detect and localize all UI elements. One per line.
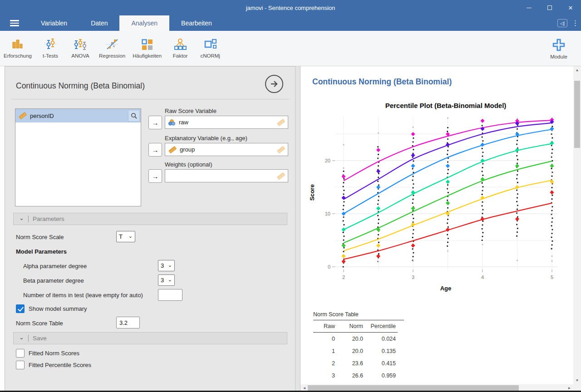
kebab-icon: ⋮ — [572, 19, 579, 27]
chevron-down-icon: ⌄ — [128, 233, 133, 239]
assign-raw-button[interactable]: → — [148, 116, 162, 129]
close-icon: ✕ — [568, 5, 573, 11]
norm-score-table-grid: RawNormPercentile 020.00.024120.00.13522… — [313, 320, 398, 392]
ribbon-cnormj-button[interactable]: cNORMj — [195, 33, 225, 64]
weights-label: Weights (optional) — [165, 161, 212, 168]
alpha-degree-select[interactable]: 3 ⌄ — [158, 260, 175, 271]
norm-score-table-input[interactable] — [116, 317, 140, 328]
accepts-continuous-icon — [276, 172, 285, 180]
continuous-ruler-icon — [168, 146, 177, 153]
hamburger-icon — [10, 20, 19, 21]
bar-chart-icon — [11, 38, 25, 51]
svg-text:Score: Score — [309, 184, 315, 201]
cnormj-icon — [203, 38, 217, 51]
beta-degree-select[interactable]: 3 ⌄ — [158, 274, 175, 286]
close-button[interactable]: ✕ — [560, 0, 581, 15]
analysis-options-panel: Continuous Norming (Beta Binomial) — [5, 66, 295, 392]
fitted-percentile-scores-checkbox[interactable] — [16, 361, 25, 369]
vertical-scroll-thumb[interactable] — [574, 81, 580, 148]
arrow-right-icon: → — [152, 146, 159, 154]
results-vertical-scrollbar[interactable]: ▲ ▼ — [573, 66, 581, 384]
spreadsheet-edge — [0, 66, 5, 392]
panel-splitter[interactable] — [295, 66, 300, 392]
model-parameters-heading: Model Parameters — [16, 248, 67, 255]
scroll-down-button[interactable]: ▼ — [573, 377, 581, 384]
table-row: 120.00.135 — [313, 345, 398, 357]
t-tests-icon — [44, 38, 57, 51]
ribbon-t-tests-button[interactable]: t-Tests — [35, 33, 65, 64]
chevron-down-icon: ⌄ — [168, 277, 172, 283]
svg-text:Percentile Plot (Beta-Binomial: Percentile Plot (Beta-Binomial Model) — [385, 102, 507, 109]
arrow-right-circle-icon — [269, 79, 279, 89]
items-in-test-input[interactable] — [158, 289, 182, 301]
norm-score-table-title: Norm Score Table — [313, 311, 404, 320]
raw-score-value: raw — [179, 119, 273, 126]
alpha-degree-label: Alpha parameter degree — [23, 263, 87, 270]
beta-degree-label: Beta parameter degree — [23, 277, 84, 284]
anova-icon — [73, 38, 88, 51]
svg-text:2: 2 — [342, 274, 345, 280]
nominal-variable-icon — [168, 119, 176, 126]
ribbon-module-button[interactable]: Module — [544, 33, 574, 64]
parameters-section-label: Parameters — [33, 216, 64, 222]
tab-bearbeiten[interactable]: Bearbeiten — [169, 15, 224, 31]
fitted-norm-scores-checkbox[interactable] — [16, 349, 25, 358]
ribbon-haeufigkeiten-button[interactable]: Häufigkeiten — [129, 33, 165, 64]
show-model-summary-checkbox[interactable] — [16, 304, 25, 313]
svg-text:4: 4 — [481, 274, 484, 280]
weights-field[interactable] — [165, 169, 288, 182]
svg-text:10: 10 — [325, 211, 330, 216]
tab-daten[interactable]: Daten — [79, 15, 119, 31]
frequencies-icon — [140, 38, 154, 51]
continuous-ruler-icon — [18, 112, 27, 119]
assign-weights-button[interactable]: → — [148, 169, 162, 183]
save-section-header[interactable]: ⌄ Save — [13, 332, 287, 344]
analysis-title: Continuous Norming (Beta Binomial) — [16, 81, 145, 91]
percentile-plot: 010202345Percentile Plot (Beta-Binomial … — [306, 101, 571, 300]
hamburger-menu-button[interactable] — [0, 15, 29, 31]
collapse-results-button[interactable]: ◁| — [557, 19, 567, 27]
analyses-ribbon: Erforschung t-Tests — [0, 31, 581, 66]
variable-item-personid[interactable]: personID — [15, 109, 141, 122]
module-plus-icon — [551, 38, 566, 52]
explanatory-variable-field[interactable]: group — [165, 143, 288, 156]
norm-score-table: Norm Score Table RawNormPercentile 020.0… — [313, 311, 404, 392]
show-model-summary-option[interactable]: Show model summary — [16, 304, 87, 313]
table-row: 326.60.959 — [313, 369, 398, 382]
accepts-continuous-icon — [276, 119, 285, 126]
explanatory-variable-label: Explanatory Variable (e.g., age) — [165, 135, 247, 142]
assign-explanatory-button[interactable]: → — [148, 143, 162, 157]
variable-list[interactable]: personID — [15, 108, 141, 206]
search-variables-button[interactable] — [128, 110, 140, 122]
parameters-section-header[interactable]: ⌄ Parameters — [13, 213, 287, 225]
ribbon-anova-button[interactable]: ANOVA — [65, 33, 95, 64]
table-row: 223.60.415 — [313, 357, 398, 369]
fitted-percentile-scores-option[interactable]: Fitted Percentile Scores — [16, 361, 91, 369]
minimize-button[interactable] — [518, 0, 539, 15]
chevron-down-icon: ⌄ — [19, 335, 24, 340]
run-analysis-button[interactable] — [265, 75, 283, 93]
norm-table-header: RawNormPercentile — [313, 320, 398, 333]
window-controls: ✕ — [518, 0, 581, 15]
maximize-button[interactable] — [539, 0, 560, 15]
items-in-test-label: Number of items in test (leave empty for… — [23, 292, 143, 299]
raw-score-variable-field[interactable]: raw — [165, 116, 288, 129]
chevron-down-icon: ⌄ — [19, 216, 24, 220]
ribbon-faktor-button[interactable]: Faktor — [165, 33, 195, 64]
jamovi-window: jamovi - Sentence comprehension ✕ Variab… — [0, 0, 581, 392]
accepts-continuous-icon — [276, 146, 285, 153]
ribbon-erforschung-button[interactable]: Erforschung — [0, 33, 35, 64]
results-panel: Continuous Norming (Beta Binomial) 01020… — [300, 66, 581, 392]
fitted-norm-scores-option[interactable]: Fitted Norm Scores — [16, 349, 79, 358]
scroll-up-button[interactable]: ▲ — [573, 66, 581, 74]
overflow-menu-button[interactable]: ⋮ — [572, 19, 578, 27]
norm-score-scale-select[interactable]: T ⌄ — [116, 231, 135, 242]
results-heading: Continuous Norming (Beta Binomial) — [312, 77, 452, 87]
table-row: 020.00.024 — [313, 333, 398, 345]
tab-variablen[interactable]: Variablen — [29, 15, 79, 31]
norm-table-column: Raw — [313, 320, 337, 333]
arrow-right-icon: → — [152, 119, 159, 127]
tab-analysen[interactable]: Analysen — [119, 15, 169, 31]
search-icon — [131, 113, 138, 119]
ribbon-regression-button[interactable]: Regression — [95, 33, 129, 64]
